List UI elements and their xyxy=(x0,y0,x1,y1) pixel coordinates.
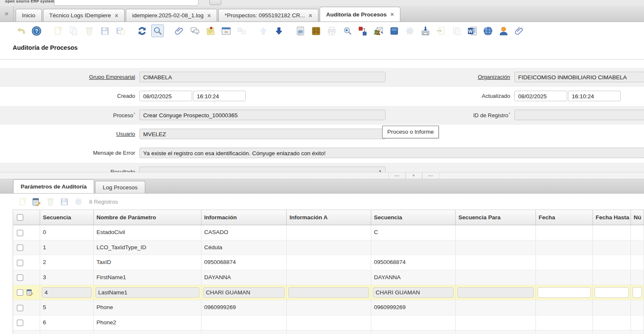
top-header-button[interactable] xyxy=(209,0,221,5)
toolbar-group xyxy=(257,24,288,37)
creado-time-field[interactable]: 16:10:24 xyxy=(193,91,246,101)
actualizado-time-field[interactable]: 16:10:24 xyxy=(568,91,621,101)
table-row[interactable]: 0 EstadoCivil CASADO C xyxy=(13,225,644,240)
col-header-numero[interactable]: Nú xyxy=(630,210,644,225)
cell-fecha xyxy=(535,270,592,285)
row-checkbox[interactable] xyxy=(17,230,23,236)
splitter-dots-right[interactable]: ••• xyxy=(422,172,439,179)
toolbar-group: ? xyxy=(14,24,46,37)
table-row[interactable]: 4 LastName1 CHARI GUAMAN CHARI GUAMAN xyxy=(13,285,644,300)
select-all-header[interactable] xyxy=(13,210,40,225)
workflow-icon[interactable] xyxy=(356,24,369,37)
col-header-informacion[interactable]: Información xyxy=(201,210,286,225)
grupo-empresarial-label[interactable]: Grupo Empresarial xyxy=(0,74,135,80)
row-checkbox[interactable] xyxy=(17,260,23,266)
cell-select xyxy=(13,300,40,315)
col-header-secuencia-para[interactable]: Secuencia Para xyxy=(455,210,535,225)
creado-label: Creado xyxy=(0,93,135,99)
id-registro-field xyxy=(514,110,644,120)
row-checkbox[interactable] xyxy=(17,289,23,296)
tab-label: Auditoría de Procesos xyxy=(326,11,386,18)
select-all-checkbox[interactable] xyxy=(17,214,23,221)
table-row[interactable]: 3 FirstName1 DAYANNA DAYANNA xyxy=(13,270,644,285)
export-data-icon[interactable] xyxy=(419,24,432,37)
tab-close-icon[interactable]: × xyxy=(207,13,211,19)
next-record-icon[interactable] xyxy=(272,24,285,37)
splitter-collapse-icon[interactable]: ▼ xyxy=(405,172,422,179)
note-icon[interactable] xyxy=(204,24,217,37)
attachment-link-icon[interactable] xyxy=(513,24,525,37)
tooltip: Proceso o Informe xyxy=(382,126,439,138)
pane-splitter[interactable]: ••• ▼ ••• xyxy=(0,172,644,179)
main-toolbar: ?W xyxy=(0,22,644,40)
usuario-label[interactable]: Usuario xyxy=(0,131,135,137)
toggle-grid-icon[interactable] xyxy=(220,24,232,37)
splitter-dots-left[interactable]: ••• xyxy=(389,172,405,179)
row-checkbox[interactable] xyxy=(17,320,23,326)
col-header-secuencia[interactable]: Secuencia xyxy=(40,210,93,225)
col-header-fecha[interactable]: Fecha xyxy=(535,210,592,225)
csv-template-icon xyxy=(450,24,463,37)
tab-parametros-auditoria[interactable]: Parámetros de Auditoría xyxy=(13,179,94,193)
word-export-icon[interactable]: W xyxy=(466,24,478,37)
tab-log-file[interactable]: idempiere.2025-02-08_1.log× xyxy=(126,9,217,22)
col-header-informacion-a[interactable]: Información A xyxy=(286,210,371,225)
cell-secuencia: 5 xyxy=(40,300,93,315)
web-icon[interactable] xyxy=(481,24,494,37)
help-icon[interactable]: ? xyxy=(30,24,43,37)
col-header-secuencia-2[interactable]: Secuencia xyxy=(371,210,455,225)
organizacion-label[interactable]: Organización xyxy=(435,74,510,80)
undo-icon[interactable] xyxy=(14,24,27,37)
form-row-mensaje: Mensaje de Error Ya existe el registro c… xyxy=(0,144,644,163)
window-title: Auditoría de Procesos xyxy=(13,44,78,51)
import-file-icon xyxy=(435,24,447,37)
product-info-icon[interactable] xyxy=(388,24,400,37)
col-header-fecha-hasta[interactable]: Fecha Hasta xyxy=(592,210,630,225)
archive-icon[interactable] xyxy=(310,24,322,37)
cell-secuencia-para xyxy=(455,285,535,300)
col-header-nombre-parametro[interactable]: Nombre de Parámetro xyxy=(93,210,201,225)
table-row[interactable]: 6 Phone2 xyxy=(13,315,644,330)
row-checkbox[interactable] xyxy=(17,275,23,281)
cell-fecha-hasta xyxy=(592,255,630,270)
tab-tecnico-logs[interactable]: Técnico Logs IDempiere× xyxy=(43,9,125,22)
refresh-icon[interactable] xyxy=(136,24,148,37)
zoom-across-icon[interactable] xyxy=(341,24,353,37)
row-checkbox[interactable] xyxy=(17,305,23,311)
row-edit-icon[interactable] xyxy=(26,288,34,296)
cell-fecha-hasta xyxy=(592,330,630,334)
request-icon[interactable] xyxy=(372,24,385,37)
global-search-input[interactable] xyxy=(54,0,198,6)
cell-fecha xyxy=(535,255,592,270)
tab-log-procesos[interactable]: Log Procesos xyxy=(95,181,145,193)
table-row[interactable]: 5 Phone 0960999269 0960999269 xyxy=(13,300,644,315)
table-row[interactable]: 1 LCO_TaxIdType_ID Cédula xyxy=(13,240,644,255)
row-checkbox[interactable] xyxy=(17,245,23,251)
usuario-field: MVELEZ xyxy=(139,129,386,139)
tab-label: Inicio xyxy=(22,12,35,19)
tab-auditoria-procesos[interactable]: Auditoría de Procesos× xyxy=(320,7,400,22)
table-row[interactable]: 2 TaxID 0950068874 0950068874 xyxy=(13,255,644,270)
report-icon[interactable] xyxy=(294,24,307,37)
expand-sidebar-button[interactable]: » xyxy=(0,6,14,21)
cell-nombre-parametro xyxy=(93,330,201,334)
cell-fecha xyxy=(535,330,592,334)
attachment-icon[interactable] xyxy=(173,24,185,37)
chat-icon[interactable] xyxy=(188,24,201,37)
tab-inicio[interactable]: Inicio xyxy=(16,9,42,22)
find-icon[interactable] xyxy=(151,24,164,37)
user-preference-icon[interactable] xyxy=(497,24,510,37)
tab-close-icon[interactable]: × xyxy=(115,13,118,19)
edit-row-icon[interactable] xyxy=(31,196,42,207)
process-icon xyxy=(403,24,416,37)
table-row[interactable] xyxy=(13,330,644,334)
cell-secuencia-para xyxy=(455,330,535,334)
tab-prospectos[interactable]: *Prospectos: 0955192182 CR...× xyxy=(218,9,318,22)
tab-close-icon[interactable]: × xyxy=(390,11,394,17)
tab-close-icon[interactable]: × xyxy=(309,13,312,19)
creado-date-field[interactable]: 08/02/2025 xyxy=(139,91,192,101)
cell-informacion-a xyxy=(286,300,371,315)
actualizado-date-field[interactable]: 08/02/2025 xyxy=(514,91,567,101)
cell-secuencia: 4 xyxy=(40,285,93,300)
required-marker: * xyxy=(133,112,135,116)
